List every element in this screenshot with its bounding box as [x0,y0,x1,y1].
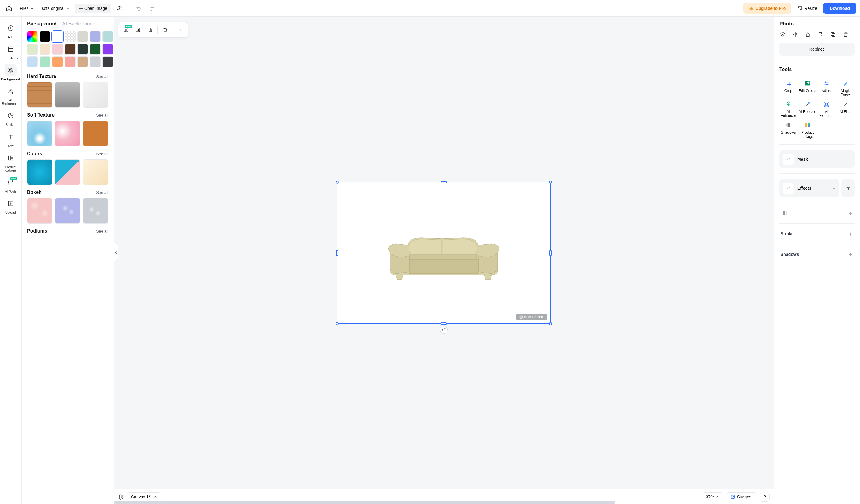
rail-item-add[interactable]: Add [0,20,21,41]
bg-thumb-split[interactable] [55,159,80,185]
bg-thumb-marble[interactable] [83,82,108,107]
tool-crop[interactable]: Crop [779,80,797,97]
color-swatch[interactable] [90,56,101,67]
rail-item-ai-background[interactable]: AI Background [0,83,21,107]
rail-item-ai-tools[interactable]: New AI Tools [0,175,21,195]
bg-thumb-leather[interactable] [83,121,108,146]
suggest-button[interactable]: Suggest [727,492,756,501]
color-swatch[interactable] [52,56,63,67]
resize-handle-bl[interactable] [335,322,339,325]
see-all-link[interactable]: See all [96,190,108,195]
layer-order-button[interactable] [779,31,786,38]
format-paint-button[interactable] [817,31,824,38]
stroke-row[interactable]: Stroke ＋ [779,229,855,239]
undo-button[interactable] [133,3,144,14]
horizontal-scrollbar[interactable] [114,501,774,504]
color-swatch[interactable] [102,44,113,55]
tool-magic-eraser[interactable]: Magic Eraser [837,80,855,97]
color-swatch[interactable] [77,56,88,67]
color-swatch[interactable] [102,31,113,42]
lock-button[interactable] [805,31,811,38]
replace-button[interactable]: Replace [779,43,855,56]
collapse-panel-handle[interactable]: ❮ [114,243,118,261]
resize-handle-r[interactable] [549,250,551,256]
rail-item-product-collage[interactable]: Product collage [0,150,21,174]
tool-adjust[interactable]: Adjust [818,80,836,97]
bg-thumb-water[interactable] [27,121,53,146]
color-swatch[interactable] [27,56,38,67]
effects-adjust-button[interactable] [842,179,855,197]
bg-thumb-silk[interactable] [55,121,80,146]
see-all-link[interactable]: See all [96,229,108,233]
mask-accordion[interactable]: Mask ⌄ [779,150,855,168]
color-swatch[interactable] [52,31,63,42]
color-swatch[interactable] [65,31,75,42]
zoom-selector[interactable]: 37% [702,492,723,501]
bg-thumb-bokeh-purple[interactable] [55,198,80,224]
redo-button[interactable] [146,3,157,14]
color-swatch[interactable] [27,44,38,55]
bg-thumb-cyan[interactable] [27,159,53,185]
tool-edit-cutout[interactable]: Edit Cutout [799,80,817,97]
tab-ai-background[interactable]: AI Background [62,21,96,27]
bg-thumb-bokeh-pink[interactable] [27,198,53,224]
color-swatch[interactable] [77,44,88,55]
resize-handle-l[interactable] [336,250,338,256]
color-swatch[interactable] [90,44,101,55]
canvas[interactable]: insMind.com [338,183,550,323]
tool-ai-enhancer[interactable]: AI Enhancer [779,100,797,118]
copy-button[interactable] [830,31,836,38]
rotate-handle[interactable] [440,326,448,333]
resize-handle-t[interactable] [441,181,447,183]
color-swatch[interactable] [40,44,51,55]
effects-accordion[interactable]: Effects ⌄ [779,179,839,197]
color-swatch[interactable] [65,44,75,55]
shadows-row[interactable]: Shadows ＋ [779,249,855,259]
delete-button[interactable] [159,24,171,35]
rail-item-background[interactable]: Background [0,62,21,83]
tool-shadows[interactable]: Shadows [779,121,797,139]
see-all-link[interactable]: See all [96,152,108,156]
tool-ai-extender[interactable]: AI Extender [818,100,836,118]
tool-product-collage[interactable]: Product collage [799,121,817,139]
more-button[interactable] [175,24,186,35]
bg-thumb-bokeh-grey[interactable] [83,198,108,224]
rail-item-sticker[interactable]: Sticker [0,108,21,128]
tool-ai-replace[interactable]: AI Replace [799,100,817,118]
resize-handle-tl[interactable] [335,181,339,184]
filename-dropdown[interactable]: sofa original [39,4,72,13]
bg-thumb-pastel[interactable] [83,159,108,185]
color-swatch[interactable] [52,44,63,55]
color-swatch[interactable] [65,56,75,67]
resize-handle-tr[interactable] [549,181,552,184]
rail-item-upload[interactable]: Upload [0,196,21,216]
upgrade-button[interactable]: Upgrade to Pro [743,3,791,14]
sofa-image[interactable] [373,224,514,287]
bg-thumb-concrete[interactable] [55,82,80,107]
tool-ai-filter[interactable]: AI Filter [837,100,855,118]
home-button[interactable] [4,3,14,14]
mask-button[interactable] [132,24,144,35]
see-all-link[interactable]: See all [96,74,108,79]
ai-action-button[interactable]: AI New [120,24,131,35]
rail-item-text[interactable]: Text [0,129,21,149]
color-swatch[interactable] [90,31,101,42]
resize-handle-br[interactable] [549,322,552,325]
open-image-button[interactable]: Open Image [75,4,112,13]
canvas-selector[interactable]: Canvas 1/1 [127,492,161,501]
cloud-sync-button[interactable] [114,3,125,14]
files-dropdown[interactable]: Files [17,4,37,13]
color-swatch[interactable] [40,31,51,42]
flip-button[interactable] [792,31,799,38]
download-button[interactable]: Download [823,3,856,14]
rail-item-templates[interactable]: Templates [0,41,21,62]
tab-background[interactable]: Background [27,21,57,27]
duplicate-button[interactable] [144,24,156,35]
color-swatch[interactable] [77,31,88,42]
color-swatch[interactable] [40,56,51,67]
canvas-viewport[interactable]: AI New [114,17,774,489]
color-swatch[interactable] [102,56,113,67]
trash-button[interactable] [842,31,849,38]
fill-row[interactable]: Fill ＋ [779,208,855,218]
help-button[interactable]: ? [760,492,770,502]
